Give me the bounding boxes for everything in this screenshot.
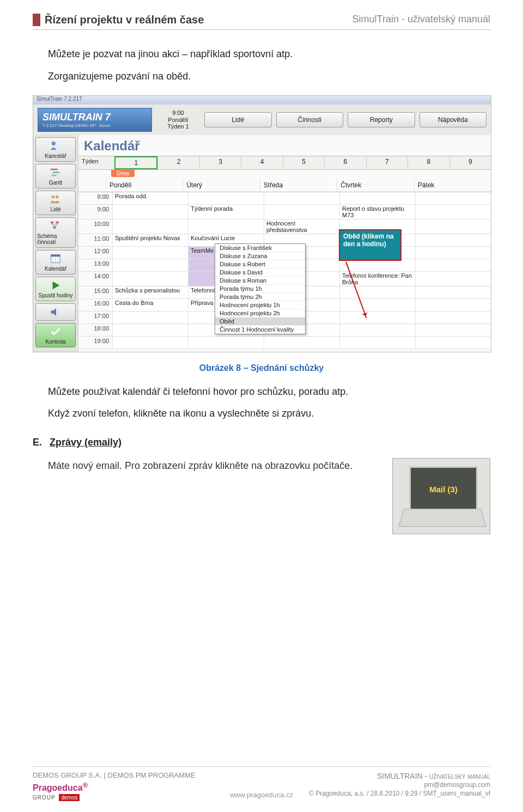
week-tab-7[interactable]: 7 <box>366 156 408 169</box>
dropdown-item[interactable]: Hodnocení projektu 2h <box>215 309 305 318</box>
sidebar-people-button[interactable]: Lidé <box>35 191 76 215</box>
calendar-title: Kalendář <box>84 138 485 154</box>
cell-tue-10[interactable] <box>188 219 264 234</box>
cell-thu-13[interactable] <box>339 259 415 271</box>
dropdown-item[interactable]: Porada týmu 1h <box>215 285 305 293</box>
cell-fri-14[interactable] <box>415 272 491 286</box>
week-tab-8[interactable]: 8 <box>408 156 449 169</box>
dropdown-item[interactable]: Diskuse s Zuzana <box>215 252 305 260</box>
nav-reports-button[interactable]: Reporty <box>348 112 415 127</box>
calendar-icon <box>48 253 63 265</box>
nav-activities-button[interactable]: Činnosti <box>276 112 344 127</box>
day: Pondělí <box>156 117 200 123</box>
svg-rect-2 <box>53 172 60 173</box>
cell-mon-11[interactable]: Spuštění projektu Novax <box>112 234 188 246</box>
cell-mon-18[interactable] <box>112 324 188 336</box>
dropdown-item[interactable]: Diskuse s František <box>215 244 305 252</box>
cell-fri-9[interactable] <box>415 205 491 219</box>
paragraph-3: Můžete používat kalendář či telefonní ho… <box>48 384 490 400</box>
footer-line1: DEMOS GROUP S.A. | DEMOS PM PROGRAMME <box>33 771 196 780</box>
cell-fri-8[interactable] <box>415 192 491 204</box>
sidebar-check-button[interactable]: Kontrola <box>35 323 76 347</box>
cell-fri-12[interactable] <box>415 247 491 259</box>
cell-fri-17[interactable] <box>415 312 491 323</box>
cell-mon-14[interactable] <box>112 272 188 286</box>
week-label: Týden <box>78 156 114 169</box>
cell-thu-15[interactable] <box>339 286 415 298</box>
week-tab-4[interactable]: 4 <box>241 156 282 169</box>
label: Gantt <box>49 180 62 186</box>
week-tab-5[interactable]: 5 <box>283 156 324 169</box>
cell-thu-16[interactable] <box>339 299 415 311</box>
cell-fri-15[interactable] <box>415 286 491 298</box>
cell-wed-8[interactable] <box>264 192 339 204</box>
week-tab-9[interactable]: 9 <box>449 156 491 169</box>
hour-17: 17:00 <box>78 312 112 323</box>
figure-caption: Obrázek 8 – Sjednání schůzky <box>33 363 490 373</box>
laptop-image[interactable]: Mail (3) <box>392 458 490 534</box>
lunch-popup[interactable]: Oběd (klikem na den a hodinu) <box>339 229 402 261</box>
nav-help-button[interactable]: Nápověda <box>419 112 487 127</box>
cell-wed-9[interactable] <box>264 205 339 219</box>
sidebar-sound-button[interactable] <box>35 303 76 321</box>
week-tab-2[interactable]: 2 <box>157 156 199 169</box>
svg-point-5 <box>56 195 59 198</box>
label: Kalendář <box>45 266 66 272</box>
dropdown-item[interactable]: Porada týmu 2h <box>215 293 305 301</box>
cell-mon-13[interactable] <box>112 259 188 271</box>
cell-mon-10[interactable] <box>112 219 188 234</box>
dropdown-item[interactable]: Diskuse s Roman <box>215 277 305 285</box>
sidebar-play-button[interactable]: Spustit hodiny <box>35 277 76 301</box>
dropdown-item-selected[interactable]: Oběd <box>215 318 305 326</box>
hour-8: 8:00 <box>78 192 112 204</box>
cell-fri-19[interactable] <box>415 337 491 349</box>
sidebar-calendar-button[interactable]: Kalendář <box>35 250 76 274</box>
cell-fri-11[interactable] <box>415 234 491 246</box>
play-icon <box>48 279 63 291</box>
cell-thu-9[interactable]: Report o stavu projektu M73 <box>339 205 415 219</box>
cell-mon-9[interactable] <box>112 205 188 219</box>
cell-mon-12[interactable] <box>112 247 188 259</box>
action-dropdown[interactable]: Diskuse s František Diskuse s Zuzana Dis… <box>215 243 306 334</box>
sidebar-office-button[interactable]: Kancelář <box>35 137 76 162</box>
cell-thu-19[interactable] <box>339 337 415 349</box>
sidebar-gantt-button[interactable]: Gantt <box>35 164 76 188</box>
cell-thu-8[interactable] <box>339 192 415 204</box>
day-header-row: Dnes Pondělí Úterý Středa Čtvrtek Pátek <box>78 170 491 192</box>
week-tab-1[interactable]: 1 <box>114 156 157 169</box>
section-letter: E. <box>33 437 47 448</box>
cell-mon-16[interactable]: Cesta do Brna <box>112 299 188 311</box>
dropdown-item[interactable]: Činnost 1 Hodnocení kvality <box>215 326 305 334</box>
svg-rect-7 <box>56 221 59 223</box>
cell-fri-10[interactable] <box>415 219 491 234</box>
today-badge: Dnes <box>111 170 135 177</box>
dropdown-item[interactable]: Hodnocení projektu 1h <box>215 301 305 309</box>
cell-thu-17[interactable] <box>339 312 415 323</box>
week-tab-3[interactable]: 3 <box>199 156 241 169</box>
calendar-grid[interactable]: 8:00 Porada odd. 9:00 Týdenní porada Rep… <box>78 192 491 349</box>
gantt-icon <box>48 167 63 179</box>
office-icon <box>48 140 63 152</box>
day-head-fri: Pátek <box>414 179 491 192</box>
hour-11: 11:00 <box>78 234 112 246</box>
cell-mon-8[interactable]: Porada odd. <box>112 192 188 204</box>
svg-rect-1 <box>51 168 58 170</box>
cell-tue-19[interactable] <box>188 337 264 349</box>
cell-tue-9[interactable]: Týdenní porada <box>188 205 264 219</box>
sidebar-schema-button[interactable]: Schéma činností <box>35 217 76 248</box>
nav-people-button[interactable]: Lidé <box>204 112 272 127</box>
dropdown-item[interactable]: Diskuse s Robert <box>215 260 305 268</box>
cell-mon-17[interactable] <box>112 312 188 323</box>
cell-fri-18[interactable] <box>415 324 491 336</box>
cell-fri-16[interactable] <box>415 299 491 311</box>
cell-mon-19[interactable] <box>112 337 188 349</box>
week-tab-6[interactable]: 6 <box>324 156 366 169</box>
cell-thu-18[interactable] <box>339 324 415 336</box>
section-title: Zprávy (emaily) <box>50 437 121 448</box>
cell-tue-8[interactable] <box>188 192 264 204</box>
cell-mon-15[interactable]: Schůzka s personalistou <box>112 286 188 298</box>
dropdown-item[interactable]: Diskuse s David <box>215 268 305 277</box>
cell-wed-19[interactable] <box>264 337 339 349</box>
cell-wed-10[interactable]: Hodnocení představenstva <box>264 219 339 234</box>
cell-fri-13[interactable] <box>415 259 491 271</box>
